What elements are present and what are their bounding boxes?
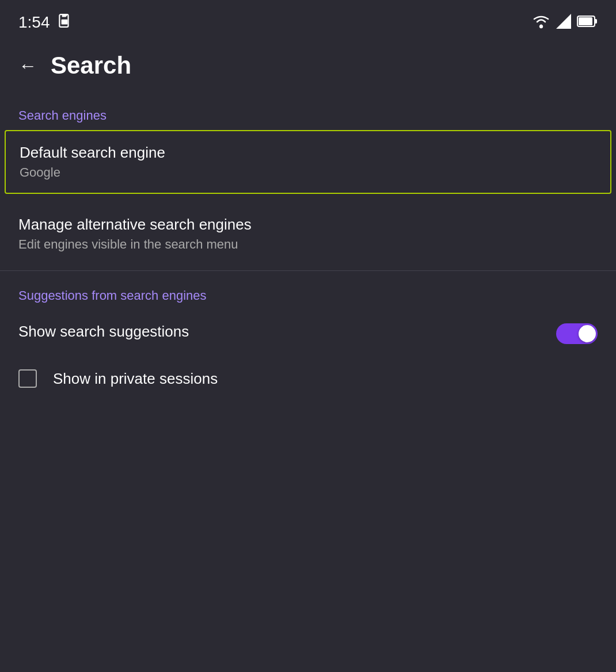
manage-engines-subtitle: Edit engines visible in the search menu xyxy=(18,237,598,252)
svg-marker-3 xyxy=(556,14,571,29)
status-time: 1:54 xyxy=(18,13,72,32)
divider xyxy=(0,270,616,271)
show-suggestions-row[interactable]: Show search suggestions xyxy=(0,310,616,357)
private-sessions-label: Show in private sessions xyxy=(53,370,218,388)
show-suggestions-toggle[interactable] xyxy=(556,323,598,344)
status-bar: 1:54 xyxy=(0,0,616,40)
toggle-knob xyxy=(579,325,596,342)
page-title: Search xyxy=(51,52,131,79)
show-suggestions-title: Show search suggestions xyxy=(18,323,189,341)
svg-rect-1 xyxy=(61,19,67,24)
header: ← Search xyxy=(0,40,616,97)
back-button[interactable]: ← xyxy=(18,56,37,75)
status-icons xyxy=(532,14,598,31)
signal-icon xyxy=(556,14,571,31)
default-search-engine-item[interactable]: Default search engine Google xyxy=(5,130,611,194)
default-search-engine-value: Google xyxy=(20,165,596,180)
battery-icon xyxy=(577,15,598,30)
private-sessions-checkbox[interactable] xyxy=(18,369,37,388)
svg-point-2 xyxy=(540,25,543,28)
section-suggestions-label: Suggestions from search engines xyxy=(0,277,616,310)
private-sessions-row[interactable]: Show in private sessions xyxy=(0,357,616,400)
wifi-icon xyxy=(532,14,550,31)
sim-icon xyxy=(57,13,72,32)
manage-engines-item[interactable]: Manage alternative search engines Edit e… xyxy=(0,203,616,265)
svg-rect-5 xyxy=(579,17,592,25)
svg-rect-6 xyxy=(595,19,597,24)
time-display: 1:54 xyxy=(18,13,50,32)
default-search-engine-title: Default search engine xyxy=(20,144,596,162)
manage-engines-title: Manage alternative search engines xyxy=(18,216,598,234)
section-search-engines-label: Search engines xyxy=(0,97,616,130)
